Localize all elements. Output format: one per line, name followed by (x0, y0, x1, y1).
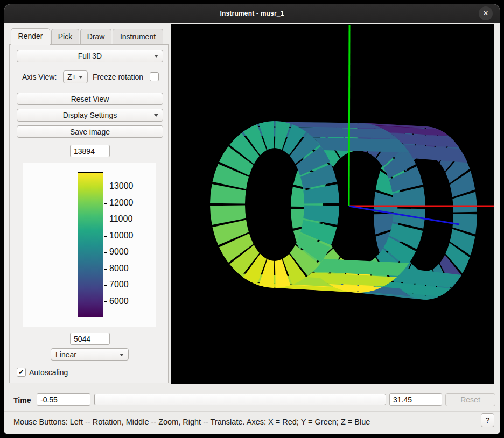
display-settings-select[interactable]: Display Settings (17, 109, 163, 122)
time-label: Time (13, 396, 31, 405)
colorbar-tick (104, 285, 107, 286)
chevron-down-icon (154, 55, 158, 58)
colorbar-tick-label: 10000 (109, 231, 134, 241)
colorbar-tick-label: 12000 (109, 198, 134, 208)
colorbar-tick-label: 13000 (109, 181, 134, 191)
status-text: Mouse Buttons: Left -- Rotation, Middle … (13, 418, 370, 426)
y-axis-line (349, 25, 349, 206)
colorbar-gradient[interactable] (78, 172, 103, 317)
colorbar-tick (104, 301, 107, 302)
tab-render[interactable]: Render (11, 28, 50, 45)
colorbar-tick-label: 11000 (109, 214, 132, 224)
projection-select[interactable]: Full 3D (17, 50, 163, 62)
window-body: Render Pick Draw Instrument Full 3D Axis… (4, 23, 500, 434)
axis-view-select[interactable]: Z+ (63, 70, 88, 83)
tab-instrument[interactable]: Instrument (113, 29, 163, 45)
chevron-down-icon (79, 76, 83, 79)
colorbar-tick (104, 220, 107, 221)
colorbar-panel: 130001200011000100009000800070006000 (23, 163, 156, 327)
time-slider[interactable] (94, 394, 386, 405)
time-reset-button[interactable]: Reset (445, 393, 495, 406)
window-title: Instrument - musr_1 (220, 10, 284, 17)
save-image-button[interactable]: Save image (17, 125, 163, 138)
instrument-render (171, 24, 494, 384)
tab-draw[interactable]: Draw (80, 29, 111, 45)
colorbar-tick-label: 8000 (109, 264, 129, 273)
tab-pick[interactable]: Pick (51, 29, 79, 45)
colorbar-tick (104, 236, 107, 237)
scale-max-input[interactable] (70, 145, 110, 157)
close-icon: ✕ (483, 9, 489, 17)
colorbar-tick (104, 187, 107, 188)
detector-segment[interactable] (313, 137, 409, 152)
chevron-down-icon (154, 114, 158, 117)
axis-view-value: Z+ (67, 73, 76, 81)
freeze-rotation-label: Freeze rotation (93, 73, 143, 81)
display-settings-value: Display Settings (63, 111, 117, 119)
reset-view-button[interactable]: Reset View (17, 93, 163, 105)
colorbar-tick-label: 9000 (109, 247, 129, 257)
instrument-3d-viewport[interactable] (171, 24, 494, 384)
titlebar[interactable]: Instrument - musr_1 ✕ (4, 4, 500, 23)
time-min-input[interactable] (37, 393, 90, 406)
colorbar-tick (104, 203, 107, 204)
statusbar-divider (4, 411, 500, 412)
scale-type-select[interactable]: Linear (51, 348, 129, 361)
time-max-input[interactable] (389, 393, 442, 406)
projection-value: Full 3D (78, 52, 102, 60)
colorbar-tick (104, 252, 107, 253)
colorbar-tick-label: 6000 (109, 296, 129, 306)
instrument-window: Instrument - musr_1 ✕ Render Pick Draw I… (4, 4, 500, 434)
colorbar-tick-label: 7000 (109, 280, 129, 289)
chevron-down-icon (120, 354, 124, 356)
axis-view-label: Axis View: (22, 73, 57, 81)
screen: Instrument - musr_1 ✕ Render Pick Draw I… (0, 0, 504, 438)
scale-min-input[interactable] (70, 333, 110, 345)
autoscaling-label: Autoscaling (29, 368, 68, 377)
colorbar-tick (104, 269, 107, 270)
help-button[interactable]: ? (481, 413, 494, 427)
autoscaling-checkbox[interactable]: ✓ (17, 368, 26, 377)
scale-type-value: Linear (55, 350, 76, 359)
close-button[interactable]: ✕ (479, 6, 493, 20)
render-tab-panel: Full 3D Axis View: Z+ Freeze rotation Re… (9, 44, 169, 383)
freeze-rotation-checkbox[interactable] (150, 72, 159, 81)
